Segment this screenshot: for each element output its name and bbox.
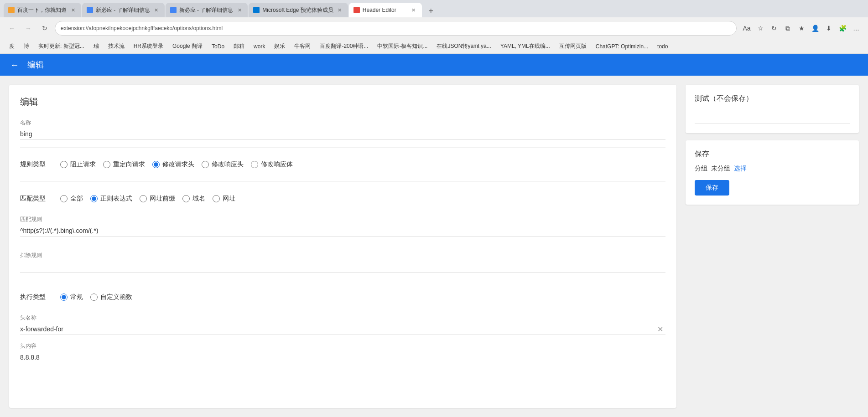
tab-4[interactable]: Microsoft Edge 预览体验成员 ✕ — [249, 3, 348, 17]
back-button[interactable]: ← — [7, 57, 22, 72]
bookmark-label-9: work — [254, 43, 265, 50]
profile-icon[interactable]: 👤 — [809, 22, 821, 35]
tab-title-3: 新必应 - 了解详细信息 — [179, 6, 234, 14]
bookmark-12[interactable]: 百度翻译-200种语... — [316, 41, 372, 51]
tab-close-3[interactable]: ✕ — [236, 6, 243, 14]
bookmark-14[interactable]: 在线JSON转yaml.ya... — [433, 41, 494, 51]
bookmark-10[interactable]: 娱乐 — [270, 41, 289, 51]
exec-type-label: 执行类型 — [20, 293, 57, 301]
header-name-clear-button[interactable]: ✕ — [655, 324, 665, 335]
bookmark-6[interactable]: Google 翻译 — [169, 41, 206, 51]
tab-title-5: Header Editor — [363, 7, 407, 13]
app-header: ← 编辑 — [0, 54, 868, 76]
bookmark-label-18: todo — [657, 43, 668, 50]
tab-close-2[interactable]: ✕ — [153, 6, 160, 14]
test-panel-title: 测试（不会保存） — [695, 94, 850, 103]
divider-1 — [20, 147, 665, 148]
bookmark-7[interactable]: ToDo — [208, 42, 228, 51]
rule-type-modify-req[interactable]: 修改请求头 — [152, 160, 194, 169]
exclude-rule-input[interactable] — [20, 261, 665, 273]
app-area: ← 编辑 编辑 名称 规则类型 — [0, 54, 868, 417]
tab-1[interactable]: 百度一下，你就知道 ✕ — [4, 3, 81, 17]
match-type-prefix[interactable]: 网址前缀 — [140, 195, 175, 203]
header-content-input[interactable] — [20, 352, 665, 363]
header-name-input[interactable] — [20, 324, 665, 335]
test-input[interactable] — [695, 113, 850, 124]
tab-bar: 百度一下，你就知道 ✕ 新必应 - 了解详细信息 ✕ 新必应 - 了解详细信息 … — [0, 0, 868, 17]
download-icon[interactable]: ⬇ — [822, 22, 835, 35]
star-icon[interactable]: ★ — [795, 22, 808, 35]
match-type-regex[interactable]: 正则表达式 — [90, 195, 132, 203]
menu-icon[interactable]: … — [850, 22, 863, 35]
divider-4 — [20, 280, 665, 280]
bookmark-2[interactable]: 实时更新: 新型冠... — [35, 41, 88, 51]
tab-5[interactable]: Header Editor ✕ — [349, 3, 422, 17]
bookmark-0[interactable]: 度 — [5, 41, 18, 51]
refresh-button[interactable]: ↻ — [38, 22, 51, 35]
bookmark-9[interactable]: work — [250, 42, 269, 51]
exec-type-normal[interactable]: 常规 — [60, 293, 83, 301]
bookmark-5[interactable]: HR系统登录 — [130, 41, 167, 51]
bookmark-label-3: 瑞 — [94, 42, 99, 50]
address-input[interactable]: extension://afopnekilnpekooejpchnkgfffae… — [55, 21, 737, 36]
tab-close-1[interactable]: ✕ — [69, 6, 77, 14]
bookmark-label-5: HR系统登录 — [134, 42, 163, 50]
bookmark-11[interactable]: 牛客网 — [291, 41, 314, 51]
refresh-icon2[interactable]: ↻ — [768, 22, 780, 35]
rule-type-modify-resp-body[interactable]: 修改响应体 — [251, 160, 293, 169]
match-type-row: 匹配类型 全部 正则表达式 网址前缀 — [20, 189, 665, 208]
match-type-all[interactable]: 全部 — [60, 195, 83, 203]
tab-close-4[interactable]: ✕ — [336, 6, 343, 14]
tab-close-5[interactable]: ✕ — [410, 6, 417, 14]
header-name-group: 头名称 ✕ — [20, 314, 665, 335]
bookmark-8[interactable]: 邮箱 — [230, 41, 248, 51]
save-button[interactable]: 保存 — [695, 180, 729, 196]
split-icon[interactable]: ⧉ — [781, 22, 794, 35]
save-select-link[interactable]: 选择 — [734, 165, 747, 173]
favorites-icon[interactable]: ☆ — [754, 22, 767, 35]
bookmark-16[interactable]: 互传网页版 — [556, 41, 590, 51]
rule-type-redirect-label: 重定向请求 — [113, 160, 145, 169]
tab-3[interactable]: 新必应 - 了解详细信息 ✕ — [166, 3, 248, 17]
rule-type-redirect[interactable]: 重定向请求 — [103, 160, 145, 169]
editor-panel: 编辑 名称 规则类型 阻止请求 — [9, 85, 676, 408]
save-group-value: 未分组 — [711, 165, 730, 173]
exec-type-row: 执行类型 常规 自定义函数 — [20, 288, 665, 307]
read-mode-icon[interactable]: Aa — [740, 22, 753, 35]
save-panel-title: 保存 — [695, 149, 850, 159]
header-name-input-wrapper: ✕ — [20, 324, 665, 335]
save-panel: 保存 分组 未分组 选择 保存 — [686, 140, 859, 205]
new-tab-button[interactable]: + — [425, 5, 437, 17]
bookmark-label-1: 博 — [24, 42, 29, 50]
bookmark-15[interactable]: YAML, YML在线编... — [497, 41, 554, 51]
bookmark-13[interactable]: 中软国际-极客知识... — [374, 41, 431, 51]
bookmark-4[interactable]: 技术流 — [104, 41, 128, 51]
tab-favicon-3 — [170, 7, 177, 13]
header-content-group: 头内容 — [20, 342, 665, 363]
bookmark-18[interactable]: todo — [654, 42, 671, 51]
rule-type-modify-resp-head[interactable]: 修改响应头 — [202, 160, 244, 169]
address-bar: ← → ↻ extension://afopnekilnpekooejpchnk… — [0, 17, 868, 39]
extensions-icon[interactable]: 🧩 — [836, 22, 849, 35]
bookmark-1[interactable]: 博 — [20, 41, 33, 51]
match-type-url[interactable]: 网址 — [213, 195, 235, 203]
exec-type-custom[interactable]: 自定义函数 — [90, 293, 132, 301]
match-type-domain[interactable]: 域名 — [182, 195, 205, 203]
match-type-url-label: 网址 — [223, 195, 235, 203]
tab-title-2: 新必应 - 了解详细信息 — [96, 6, 150, 14]
bookmarks-bar: 度 博 实时更新: 新型冠... 瑞 技术流 HR系统登录 Google 翻译 … — [0, 39, 868, 54]
tab-title-1: 百度一下，你就知道 — [17, 6, 67, 14]
match-rule-input[interactable] — [20, 225, 665, 237]
bookmark-3[interactable]: 瑞 — [90, 41, 103, 51]
rule-type-block[interactable]: 阻止请求 — [60, 160, 96, 169]
bookmark-17[interactable]: ChatGPT: Optimizin... — [592, 42, 652, 51]
header-name-label: 头名称 — [20, 314, 665, 322]
rule-type-modify-resp-head-label: 修改响应头 — [212, 160, 244, 169]
name-input[interactable] — [20, 129, 665, 140]
match-type-all-label: 全部 — [70, 195, 83, 203]
forward-nav-button[interactable]: → — [22, 22, 35, 35]
save-group-row: 分组 未分组 选择 — [695, 165, 850, 173]
bookmark-label-15: YAML, YML在线编... — [500, 42, 550, 50]
back-nav-button[interactable]: ← — [5, 22, 18, 35]
tab-2[interactable]: 新必应 - 了解详细信息 ✕ — [82, 3, 165, 17]
